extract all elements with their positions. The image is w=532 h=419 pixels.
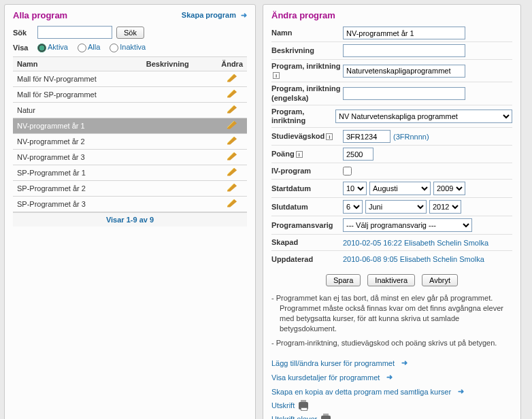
row-desc bbox=[142, 165, 217, 180]
cancel-button[interactable]: Avbryt bbox=[422, 274, 458, 286]
show-label: Visa bbox=[13, 44, 33, 52]
copy-program-link[interactable]: Skapa en kopia av detta program med samt… bbox=[271, 384, 512, 399]
lbl-created: Skapad bbox=[271, 238, 343, 247]
col-edit: Ändra bbox=[217, 56, 247, 71]
row-name: NV-programmet år 1 bbox=[13, 118, 142, 133]
points-input[interactable] bbox=[343, 148, 373, 161]
row-name: Natur bbox=[13, 102, 142, 118]
filter-inactive[interactable]: Inaktiva bbox=[110, 43, 146, 52]
row-desc bbox=[142, 196, 217, 212]
studycode-input[interactable] bbox=[343, 130, 390, 143]
print-students-link[interactable]: Utskrift elever bbox=[271, 412, 512, 419]
studycode-hint: (3FRnnnn) bbox=[393, 133, 429, 141]
edit-program-panel: Ändra program Namn Beskrivning Program, … bbox=[263, 4, 521, 419]
left-title: Alla program bbox=[13, 10, 67, 20]
end-month-select[interactable]: Juni bbox=[365, 200, 427, 214]
lbl-responsible: Programansvarig bbox=[271, 221, 343, 230]
responsible-select[interactable]: --- Välj programansvarig --- bbox=[343, 218, 472, 232]
row-name: NV-programmet år 3 bbox=[13, 149, 142, 165]
desc-input[interactable] bbox=[343, 44, 465, 57]
pager: Visar 1-9 av 9 bbox=[13, 212, 247, 227]
row-name: SP-Programmet år 2 bbox=[13, 180, 142, 196]
lbl-name: Namn bbox=[271, 29, 343, 37]
note-item: Programmet kan ej tas bort, då minst en … bbox=[271, 293, 512, 333]
table-row[interactable]: Mall för NV-programmet bbox=[13, 71, 247, 86]
arrow-right-icon: ➜ bbox=[401, 358, 408, 367]
lbl-updated: Uppdaterad bbox=[271, 255, 343, 264]
edit-icon[interactable] bbox=[227, 137, 237, 145]
row-desc bbox=[142, 180, 217, 196]
progdir-input[interactable] bbox=[343, 65, 465, 78]
edit-icon[interactable] bbox=[227, 152, 237, 161]
info-icon[interactable]: i bbox=[296, 151, 303, 158]
col-desc: Beskrivning bbox=[142, 56, 217, 71]
edit-icon[interactable] bbox=[227, 184, 237, 192]
table-row[interactable]: NV-programmet år 1 bbox=[13, 118, 247, 133]
printer-icon bbox=[321, 416, 331, 419]
create-program-link[interactable]: Skapa program ➜ bbox=[182, 11, 247, 20]
start-year-select[interactable]: 2009 bbox=[433, 182, 465, 195]
row-desc bbox=[142, 86, 217, 102]
row-name: SP-Programmet år 3 bbox=[13, 196, 142, 212]
end-day-select[interactable]: 6 bbox=[343, 200, 363, 214]
arrow-right-icon: ➜ bbox=[386, 373, 393, 382]
row-desc bbox=[142, 149, 217, 165]
notes-list: Programmet kan ej tas bort, då minst en … bbox=[271, 293, 512, 348]
lbl-points: Poängi bbox=[271, 150, 343, 158]
table-row[interactable]: Mall för SP-programmet bbox=[13, 86, 247, 102]
arrow-right-icon: ➜ bbox=[458, 387, 464, 396]
programs-list-panel: Alla program Skapa program ➜ Sök Sök Vis… bbox=[4, 4, 256, 419]
progdir-select[interactable]: NV Naturvetenskapliga programmet bbox=[335, 110, 512, 123]
row-name: SP-Programmet år 1 bbox=[13, 165, 142, 180]
lbl-end: Slutdatum bbox=[271, 203, 343, 212]
info-icon[interactable]: i bbox=[273, 72, 280, 79]
save-button[interactable]: Spara bbox=[326, 274, 361, 286]
edit-icon[interactable] bbox=[227, 121, 237, 129]
row-name: Mall för NV-programmet bbox=[13, 71, 142, 86]
deactivate-button[interactable]: Inaktivera bbox=[367, 274, 415, 286]
search-input[interactable] bbox=[37, 26, 112, 39]
updated-value: 2010-06-08 9:05 Elisabeth Schelin Smolka bbox=[343, 255, 512, 263]
iv-checkbox[interactable] bbox=[343, 167, 352, 175]
row-desc bbox=[142, 133, 217, 149]
view-courses-link[interactable]: Visa kursdetaljer för programmet➜ bbox=[271, 370, 512, 384]
lbl-desc: Beskrivning bbox=[271, 46, 343, 55]
programs-table: Namn Beskrivning Ändra Mall för NV-progr… bbox=[13, 56, 247, 212]
search-button[interactable]: Sök bbox=[116, 27, 144, 39]
col-name: Namn bbox=[13, 56, 142, 71]
progdir-en-input[interactable] bbox=[343, 87, 465, 100]
lbl-progdir-sel: Program, inriktning bbox=[271, 107, 335, 125]
table-row[interactable]: SP-Programmet år 1 bbox=[13, 165, 247, 180]
add-courses-link[interactable]: Lägg till/ändra kurser för programmet➜ bbox=[271, 356, 512, 370]
row-desc bbox=[142, 102, 217, 118]
lbl-studycode: Studievägskodi bbox=[271, 132, 343, 141]
table-row[interactable]: SP-Programmet år 3 bbox=[13, 196, 247, 212]
lbl-iv: IV-program bbox=[271, 167, 343, 175]
table-row[interactable]: NV-programmet år 2 bbox=[13, 133, 247, 149]
row-name: Mall för SP-programmet bbox=[13, 86, 142, 102]
info-icon[interactable]: i bbox=[326, 133, 333, 140]
end-year-select[interactable]: 2012 bbox=[429, 200, 461, 214]
print-link[interactable]: Utskrift bbox=[271, 399, 512, 412]
edit-icon[interactable] bbox=[227, 168, 237, 176]
lbl-progdir: Program, inriktningi bbox=[271, 62, 343, 80]
search-label: Sök bbox=[13, 29, 33, 37]
table-row[interactable]: NV-programmet år 3 bbox=[13, 149, 247, 165]
start-day-select[interactable]: 10 bbox=[343, 182, 367, 195]
filter-active[interactable]: Aktiva bbox=[37, 43, 68, 52]
row-desc bbox=[142, 71, 217, 86]
created-value: 2010-02-05 16:22 Elisabeth Schelin Smolk… bbox=[343, 239, 512, 247]
edit-icon[interactable] bbox=[227, 199, 237, 207]
arrow-right-icon: ➜ bbox=[241, 11, 247, 19]
row-desc bbox=[142, 118, 217, 133]
table-row[interactable]: Natur bbox=[13, 102, 247, 118]
edit-icon[interactable] bbox=[227, 105, 237, 114]
lbl-start: Startdatum bbox=[271, 184, 343, 193]
edit-icon[interactable] bbox=[227, 74, 237, 82]
edit-icon[interactable] bbox=[227, 90, 237, 98]
filter-all[interactable]: Alla bbox=[78, 43, 100, 52]
start-month-select[interactable]: Augusti bbox=[369, 182, 431, 195]
name-input[interactable] bbox=[343, 27, 465, 39]
table-row[interactable]: SP-Programmet år 2 bbox=[13, 180, 247, 196]
printer-icon bbox=[299, 402, 308, 409]
